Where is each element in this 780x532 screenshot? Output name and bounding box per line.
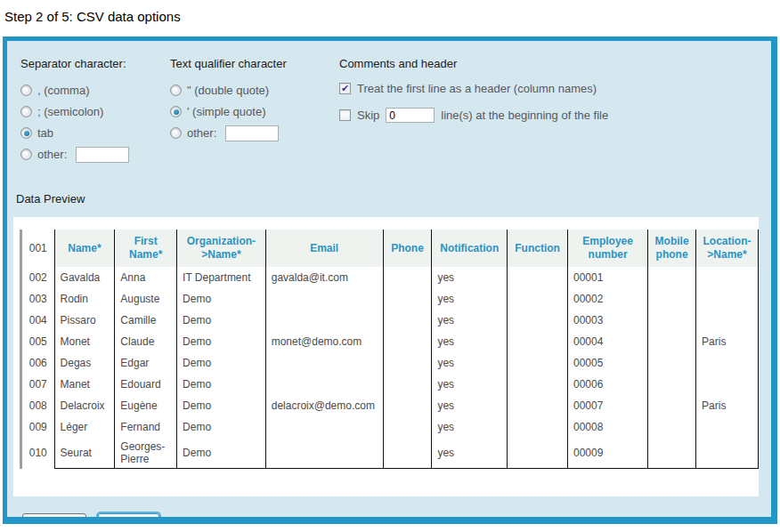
qualifier-radio-label-1: ' (simple quote) [187,105,265,118]
column-header-8: Mobile phone [648,230,696,267]
comments-heading: Comments and header [339,57,759,70]
data-preview-table: 001Name*First Name*Organization->Name*Em… [20,230,759,469]
table-cell-0: Seurat [54,438,115,469]
table-cell-3: monet@demo.com [265,331,383,352]
table-cell-4 [383,395,432,416]
row-number: 005 [21,331,55,352]
separator-option-0[interactable]: , (comma) [20,82,170,99]
skip-lines-checkbox[interactable] [339,109,351,121]
skip-lines-label-before: Skip [357,109,379,122]
table-cell-4 [383,288,432,310]
row-number: 003 [21,288,55,310]
table-cell-9: Paris [696,395,759,416]
wizard-buttons: << Back Next >> [22,513,759,524]
table-header-row: 001Name*First Name*Organization->Name*Em… [21,230,759,267]
table-cell-5: yes [432,267,508,288]
column-header-9: Location->Name* [696,230,759,267]
table-cell-2: Demo [177,395,266,416]
table-cell-7: 00002 [567,288,647,310]
table-cell-8 [648,310,696,331]
table-cell-0: Léger [54,416,115,438]
separator-radio-label-3: other: [37,148,67,161]
qualifier-radio-label-2: other: [187,126,216,140]
table-cell-7: 00009 [567,438,647,469]
qualifier-other-input[interactable] [225,125,279,141]
table-cell-5: yes [432,416,508,438]
back-button[interactable]: << Back [22,513,86,524]
options-row: Separator character: , (comma); (semicol… [13,41,759,163]
qualifier-radio-0[interactable] [170,85,182,96]
table-cell-2: Demo [177,288,266,310]
separator-radio-2[interactable] [20,127,32,139]
separator-option-1[interactable]: ; (semicolon) [20,103,170,120]
table-cell-0: Manet [54,374,115,395]
column-header-3: Email [265,230,383,267]
row-number: 007 [21,374,55,395]
table-cell-3 [265,374,383,395]
table-row: 010SeuratGeorges-PierreDemoyes00009 [21,438,759,469]
first-line-header-checkbox[interactable] [339,83,351,94]
table-cell-1: Georges-Pierre [115,438,177,469]
table-cell-9 [696,352,759,374]
qualifier-radio-1[interactable] [170,106,182,117]
table-cell-7: 00007 [567,395,647,416]
row-number: 009 [21,416,55,438]
table-cell-5: yes [432,288,508,310]
table-cell-1: Claude [115,331,177,352]
preview-body: 002GavaldaAnnaIT Departmentgavalda@it.co… [21,267,759,469]
table-cell-8 [648,395,696,416]
qualifier-option-1[interactable]: ' (simple quote) [170,103,339,120]
table-cell-5: yes [432,374,508,395]
table-cell-1: Fernand [115,416,177,438]
table-cell-2: Demo [177,374,266,395]
table-cell-1: Auguste [115,288,177,310]
skip-lines-input[interactable] [386,108,435,123]
row-number: 004 [21,310,55,331]
table-cell-6 [508,438,568,469]
separator-option-2[interactable]: tab [20,125,170,141]
table-cell-2: Demo [177,310,266,331]
table-cell-7: 00006 [567,374,647,395]
separator-radio-3[interactable] [20,149,32,160]
table-cell-9 [696,374,759,395]
next-button[interactable]: Next >> [98,513,160,524]
table-cell-0: Monet [54,331,115,352]
separator-option-3[interactable]: other: [20,146,170,163]
table-cell-2: Demo [177,352,266,374]
table-row: 007ManetEdouardDemoyes00006 [21,374,759,395]
table-cell-6 [508,310,568,331]
table-cell-9 [696,288,759,310]
column-header-0: Name* [54,230,115,267]
csv-options-panel: Separator character: , (comma); (semicol… [3,36,777,524]
qualifier-option-0[interactable]: " (double quote) [170,82,339,99]
separator-radio-0[interactable] [20,85,32,96]
table-cell-4 [383,310,432,331]
table-cell-8 [648,352,696,374]
table-cell-9 [696,438,759,469]
column-header-5: Notification [432,230,508,267]
table-cell-0: Pissaro [54,310,115,331]
table-cell-3 [265,310,383,331]
skip-lines-option[interactable]: Skip line(s) at the beginning of the fil… [339,108,759,123]
qualifier-option-2[interactable]: other: [170,125,339,141]
column-header-1: First Name* [115,230,177,267]
table-cell-9 [696,310,759,331]
first-line-header-option[interactable]: Treat the first line as a header (column… [339,82,759,95]
table-row: 002GavaldaAnnaIT Departmentgavalda@it.co… [21,267,759,288]
separator-other-input[interactable] [76,147,129,163]
qualifier-options: " (double quote)' (simple quote)other: [170,82,339,141]
separator-radio-1[interactable] [20,106,32,117]
table-cell-2: IT Department [177,267,266,288]
table-cell-6 [508,331,568,352]
row-number: 010 [21,438,55,469]
table-cell-9: Paris [696,331,759,352]
separator-group: Separator character: , (comma); (semicol… [20,57,170,163]
separator-heading: Separator character: [20,57,170,70]
table-cell-6 [508,288,568,310]
qualifier-heading: Text qualifier character [170,57,339,70]
table-cell-6 [508,416,568,438]
qualifier-radio-2[interactable] [170,127,182,139]
table-cell-8 [648,416,696,438]
row-number: 001 [21,230,55,267]
table-cell-8 [648,438,696,469]
